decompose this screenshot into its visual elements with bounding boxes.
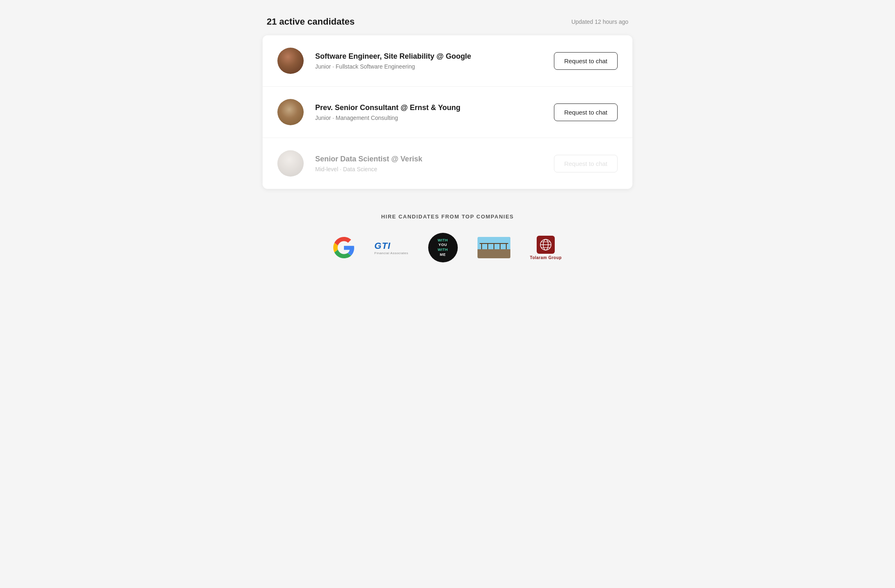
- avatar-image: [277, 150, 304, 177]
- candidates-card: Software Engineer, Site Reliability @ Go…: [263, 35, 632, 189]
- page-wrapper: 21 active candidates Updated 12 hours ag…: [263, 16, 632, 572]
- tolaram-logo: Tolaram Group: [530, 236, 562, 260]
- candidate-info: Software Engineer, Site Reliability @ Go…: [315, 52, 554, 70]
- gti-logo: GTI Financial Associates: [374, 241, 408, 255]
- avatar: [277, 48, 304, 74]
- tolaram-logo-inner: Tolaram Group: [530, 236, 562, 260]
- tolaram-globe-icon: [537, 236, 555, 254]
- construction-logo-svg: [477, 237, 510, 258]
- gti-logo-inner: GTI Financial Associates: [374, 241, 408, 255]
- candidate-subtitle: Mid-level · Data Science: [315, 166, 554, 172]
- request-to-chat-button[interactable]: Request to chat: [554, 103, 618, 121]
- tolaram-text: Tolaram Group: [530, 255, 562, 260]
- wywm-you-text: YOU: [438, 243, 447, 248]
- wywm-logo: WITH YOU WITH ME: [428, 233, 458, 262]
- avatar-image: [277, 48, 304, 74]
- candidate-info: Senior Data Scientist @ Verisk Mid-level…: [315, 155, 554, 172]
- wywm-me-text: ME: [440, 253, 446, 257]
- avatar: [277, 150, 304, 177]
- google-g-icon: [333, 237, 355, 258]
- candidate-title: Software Engineer, Site Reliability @ Go…: [315, 52, 554, 61]
- google-logo: [333, 237, 355, 258]
- wywm-with2-text: WITH: [438, 248, 448, 253]
- candidate-info: Prev. Senior Consultant @ Ernst & Young …: [315, 103, 554, 121]
- candidate-subtitle: Junior · Management Consulting: [315, 115, 554, 121]
- companies-section: HIRE CANDIDATES FROM TOP COMPANIES GTI F…: [263, 214, 632, 279]
- svg-rect-1: [477, 249, 510, 258]
- avatar: [277, 99, 304, 125]
- active-candidates-title: 21 active candidates: [267, 16, 355, 27]
- gti-text-main: GTI: [374, 241, 391, 251]
- candidate-row: Prev. Senior Consultant @ Ernst & Young …: [263, 87, 632, 138]
- avatar-image: [277, 99, 304, 125]
- wywm-with-text: WITH: [438, 238, 448, 243]
- candidate-row: Software Engineer, Site Reliability @ Go…: [263, 35, 632, 87]
- candidate-subtitle: Junior · Fullstack Software Engineering: [315, 63, 554, 70]
- candidate-title: Senior Data Scientist @ Verisk: [315, 155, 554, 163]
- updated-text: Updated 12 hours ago: [571, 18, 628, 25]
- construction-logo-box: [477, 237, 510, 258]
- wywm-logo-circle: WITH YOU WITH ME: [428, 233, 458, 262]
- candidate-title: Prev. Senior Consultant @ Ernst & Young: [315, 103, 554, 112]
- gti-text-sub: Financial Associates: [374, 251, 408, 255]
- logos-row: GTI Financial Associates WITH YOU WITH M…: [271, 233, 624, 262]
- construction-logo: [477, 237, 510, 258]
- candidate-row: Senior Data Scientist @ Verisk Mid-level…: [263, 138, 632, 189]
- companies-section-title: HIRE CANDIDATES FROM TOP COMPANIES: [271, 214, 624, 220]
- header-row: 21 active candidates Updated 12 hours ag…: [263, 16, 632, 27]
- request-to-chat-button-disabled: Request to chat: [554, 155, 618, 172]
- request-to-chat-button[interactable]: Request to chat: [554, 52, 618, 70]
